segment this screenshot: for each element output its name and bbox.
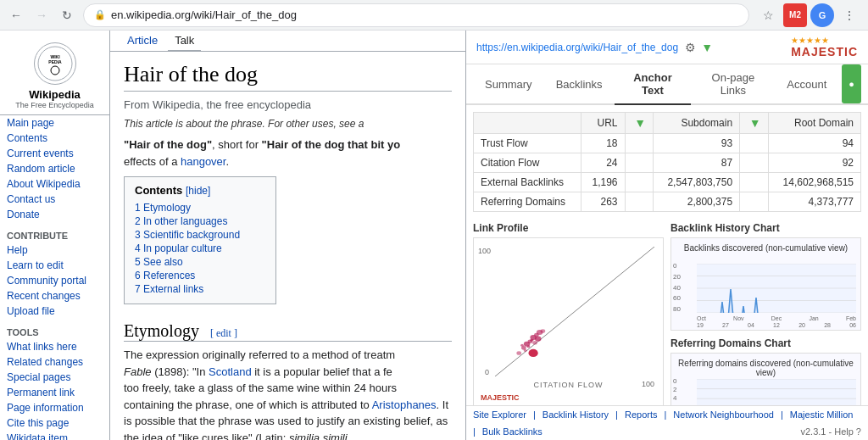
col-header-subdomain-funnel: ▼: [740, 113, 769, 134]
footer-million[interactable]: Majestic Million: [790, 409, 854, 420]
majestic-footer: Site Explorer | Backlink History | Repor…: [466, 405, 868, 440]
footer-site-explorer[interactable]: Site Explorer: [473, 409, 526, 420]
sidebar-item-learn-edit[interactable]: Learn to edit: [0, 258, 109, 273]
toc-item-2: 2 In other languages: [135, 215, 265, 227]
footer-version: v2.3.1 - Help ?: [800, 426, 861, 437]
svg-point-16: [532, 341, 537, 345]
sidebar-item-random-article[interactable]: Random article: [0, 161, 109, 176]
tab-backlinks[interactable]: Backlinks: [544, 64, 615, 105]
svg-point-18: [535, 337, 542, 342]
sidebar-item-wikidata[interactable]: Wikidata item: [0, 431, 109, 440]
sidebar-item-about[interactable]: About Wikipedia: [0, 176, 109, 192]
cell-ext-backlinks-url: 1,196: [581, 173, 625, 192]
sidebar-nav-main: Main page Contents Current events Random…: [0, 115, 109, 222]
backlink-history-subtitle: Backlinks discovered (non-cumulative vie…: [676, 243, 855, 253]
footer-bulk[interactable]: Bulk Backlinks: [482, 426, 542, 437]
extension-icon-red[interactable]: M2: [783, 3, 807, 27]
toc-link-see-also[interactable]: 5 See also: [135, 256, 183, 268]
backlink-x-month-labels: Oct Nov Dec Jan Feb: [697, 315, 856, 321]
settings-icon[interactable]: ⚙: [685, 41, 696, 54]
referring-domains-subtitle: Referring domains discovered (non-cumula…: [676, 359, 855, 377]
wiki-sidebar: WIKI PEDIA Wikipedia The Free Encycloped…: [0, 31, 110, 440]
sidebar-item-community[interactable]: Community portal: [0, 273, 109, 288]
sidebar-item-help[interactable]: Help: [0, 242, 109, 258]
cell-referring-subdomain-empty: [740, 192, 769, 212]
wiki-tabs: Article Talk: [110, 31, 465, 52]
sidebar-item-related-changes[interactable]: Related changes: [0, 354, 109, 370]
toc-item-1: 1 Etymology: [135, 202, 265, 214]
toc-item-3: 3 Scientific background: [135, 229, 265, 241]
cell-ext-backlinks-subdomain: 2,547,803,750: [654, 173, 740, 192]
majestic-stars: ★★★★★: [791, 36, 858, 45]
tab-on-page-links[interactable]: On-page Links: [691, 64, 775, 105]
wiki-link-hangover[interactable]: hangover: [181, 155, 226, 168]
y-max-label: 100: [478, 247, 491, 255]
subdomain-funnel-icon[interactable]: ▼: [749, 116, 761, 130]
toc-item-5: 5 See also: [135, 256, 265, 268]
wiki-disambiguation: This article is about the phrase. For ot…: [124, 118, 452, 130]
cell-referring-url-empty: [625, 192, 654, 212]
footer-network[interactable]: Network Neighbourhood: [673, 409, 774, 420]
sidebar-item-current-events[interactable]: Current events: [0, 146, 109, 161]
toc-link-other-languages[interactable]: 2 In other languages: [135, 215, 227, 227]
sidebar-item-donate[interactable]: Donate: [0, 207, 109, 222]
svg-point-11: [524, 349, 527, 352]
sidebar-item-permanent[interactable]: Permanent link: [0, 385, 109, 400]
majestic-url[interactable]: https://en.wikipedia.org/wiki/Hair_of_th…: [476, 42, 678, 53]
section-title-etymology: Etymology [ edit ]: [124, 321, 452, 342]
tab-anchor-text[interactable]: Anchor Text: [615, 64, 692, 105]
majestic-logo-area: ★★★★★ MAJESTIC: [791, 36, 858, 58]
cell-ext-backlinks-root: 14,602,968,515: [768, 173, 860, 192]
referring-svg: [697, 379, 856, 405]
toc-item-6: 6 References: [135, 270, 265, 281]
toc-link-popular[interactable]: 4 In popular culture: [135, 242, 222, 254]
toc-link-external[interactable]: 7 External links: [135, 283, 203, 295]
backlink-y-labels: 80 60 40 20 0: [673, 262, 681, 313]
cell-ext-backlinks-label: External Backlinks: [474, 173, 581, 192]
sidebar-section-tools-title: Tools: [0, 326, 109, 339]
tab-talk[interactable]: Talk: [168, 31, 201, 52]
wiki-name: Wikipedia: [15, 88, 94, 101]
refresh-button[interactable]: ↻: [58, 6, 76, 25]
sidebar-item-contents[interactable]: Contents: [0, 131, 109, 146]
tab-article[interactable]: Article: [120, 31, 164, 52]
menu-button[interactable]: ⋮: [837, 3, 861, 27]
wiki-link-aristophanes[interactable]: Aristophanes: [372, 398, 437, 411]
sidebar-item-what-links[interactable]: What links here: [0, 339, 109, 354]
forward-button[interactable]: →: [32, 6, 51, 25]
tab-summary[interactable]: Summary: [473, 64, 544, 105]
toc-hide-button[interactable]: [hide]: [186, 185, 210, 197]
wiki-article-panel: Article Talk Hair of the dog From Wikipe…: [110, 31, 466, 440]
footer-backlink-history[interactable]: Backlink History: [542, 409, 609, 420]
wiki-link-scotland[interactable]: Scotland: [209, 365, 252, 378]
tab-account[interactable]: Account: [775, 64, 838, 105]
cell-ext-backlinks-subdomain-empty: [740, 173, 769, 192]
svg-text:PEDIA: PEDIA: [48, 59, 62, 64]
sidebar-item-cite[interactable]: Cite this page: [0, 415, 109, 431]
wiki-etymology-body: The expression originally referred to a …: [124, 347, 452, 440]
referring-y-labels: 10 8 6 4 2 0: [673, 377, 681, 405]
url-funnel-icon[interactable]: ▼: [634, 116, 646, 130]
majestic-content: URL ▼ Subdomain ▼ Root Domain Trust Flow…: [466, 105, 868, 405]
svg-point-14: [541, 329, 546, 333]
funnel-icon[interactable]: ▼: [701, 41, 713, 54]
sidebar-item-recent-changes[interactable]: Recent changes: [0, 288, 109, 304]
toc-link-scientific[interactable]: 3 Scientific background: [135, 229, 240, 241]
toc-link-references[interactable]: 6 References: [135, 270, 195, 281]
address-bar[interactable]: 🔒 en.wikipedia.org/wiki/Hair_of_the_dog: [83, 3, 749, 27]
toc-list: 1 Etymology 2 In other languages 3 Scien…: [135, 202, 265, 295]
toc-link-etymology[interactable]: 1 Etymology: [135, 202, 191, 214]
edit-link-etymology[interactable]: [ edit ]: [210, 327, 237, 339]
back-button[interactable]: ←: [7, 6, 25, 25]
sidebar-item-page-info[interactable]: Page information: [0, 400, 109, 415]
bookmark-button[interactable]: ☆: [756, 3, 780, 27]
sidebar-item-contact[interactable]: Contact us: [0, 192, 109, 207]
cell-citation-flow-label: Citation Flow: [474, 153, 581, 173]
extension-icon-blue[interactable]: G: [810, 3, 834, 27]
sidebar-item-upload[interactable]: Upload file: [0, 304, 109, 319]
footer-reports[interactable]: Reports: [625, 409, 658, 420]
cell-citation-flow-root: 92: [768, 153, 860, 173]
sidebar-item-main-page[interactable]: Main page: [0, 115, 109, 131]
sidebar-item-special[interactable]: Special pages: [0, 370, 109, 385]
history-charts-section: Backlink History Chart Backlinks discove…: [670, 222, 861, 405]
